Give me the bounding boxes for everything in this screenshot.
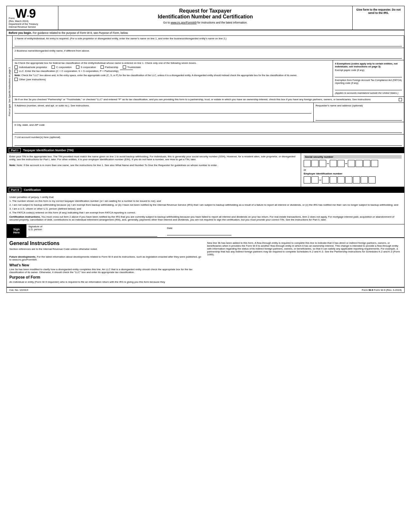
before-begin-text: For guidance related to the purpose of F… <box>33 31 128 34</box>
ssn-dash-2: – <box>345 161 347 166</box>
sig-area[interactable] <box>28 231 157 237</box>
form-fields-left: 1 Name of entity/individual. An entry is… <box>13 36 404 147</box>
ssn-cell-8[interactable] <box>363 160 370 167</box>
sign-signature-row: Signature of U.S. person Date <box>26 224 404 237</box>
field2-input[interactable] <box>15 54 402 59</box>
ssn-label: Social security number <box>304 155 402 159</box>
chk-other-label: Other (see instructions) <box>19 78 46 81</box>
sign-fields: Signature of U.S. person Date <box>26 224 404 237</box>
requester-input[interactable] <box>316 108 402 121</box>
chk-trust[interactable] <box>123 65 126 69</box>
begin-bar: Before you begin. For guidance related t… <box>7 30 404 36</box>
field4-label: 4 Exemptions (codes apply only to certai… <box>335 62 402 68</box>
purpose-section: Purpose of Form An individual or entity … <box>9 275 204 283</box>
field5-input[interactable] <box>15 109 311 113</box>
purpose-title: Purpose of Form <box>9 275 204 280</box>
field4-exemptions: 4 Exemptions (codes apply only to certai… <box>333 60 404 96</box>
dept-treasury: Department of the Treasury <box>9 23 56 25</box>
ein-cell-8[interactable] <box>361 176 368 183</box>
cert-instructions-text: You must cross out item 2 above if you h… <box>9 215 394 221</box>
sign-here-label: SignHere <box>7 224 26 237</box>
field6-input[interactable] <box>15 128 402 133</box>
ein-cell-3[interactable] <box>322 176 329 183</box>
ein-cell-5[interactable] <box>338 176 345 183</box>
llc-row: LLC. Enter the tax classification (C = C… <box>15 70 331 73</box>
chk-3b[interactable] <box>399 98 402 101</box>
cert-item-1: 1. The number shown on this form is my c… <box>9 200 402 202</box>
part1-label: Part I <box>9 148 21 153</box>
form-title-2: Identification Number and Certification <box>62 14 349 20</box>
ssn-cell-2[interactable] <box>311 160 318 167</box>
ein-cell-7[interactable] <box>353 176 360 183</box>
llc-label: LLC. Enter the tax classification (C = C… <box>19 70 119 73</box>
chk-ccorp[interactable] <box>52 65 55 69</box>
field2-row: 2 Business name/disregarded entity name,… <box>13 48 404 60</box>
before-begin-label: Before you begin. <box>9 31 32 34</box>
chk-scorp[interactable] <box>76 65 79 69</box>
field3a-block: 3a Check the appropriate box for federal… <box>13 60 333 96</box>
field1-input[interactable] <box>15 42 402 46</box>
sign-section: SignHere Signature of U.S. person Date <box>7 224 404 238</box>
ssn-cell-1[interactable] <box>304 160 311 167</box>
form-title-block: Request for Taxpayer Identification Numb… <box>58 6 353 30</box>
row-56: 5 Address (number, street, and apt. or s… <box>13 103 404 122</box>
ein-cell-6[interactable] <box>345 176 352 183</box>
w9-form: Form W-9 (Rev. March 2024) Department of… <box>6 6 405 293</box>
chk-other[interactable] <box>15 78 18 81</box>
part1-note-label: Note: <box>9 164 16 167</box>
ssn-dash-1: – <box>327 161 329 166</box>
ssn-cell-5[interactable] <box>338 160 345 167</box>
part1-content: Enter your TIN in the appropriate box. T… <box>7 153 404 187</box>
ssn-cell-4[interactable] <box>330 160 337 167</box>
cert-instructions-block: Certification instructions. You must cro… <box>9 215 402 221</box>
ein-cell-9[interactable] <box>368 176 376 183</box>
chk-individual[interactable] <box>15 65 18 69</box>
ssn-cell-3[interactable] <box>319 160 326 167</box>
ein-cell-2[interactable] <box>311 176 318 183</box>
gi-whats-new-text: Line 3a has been modified to clarify how… <box>9 268 204 274</box>
footer: Cat. No. 10231X Form W-9 Form W-9 (Rev. … <box>7 287 404 292</box>
field5-label: 5 Address (number, street, and apt. or s… <box>15 104 311 107</box>
chk-partnership[interactable] <box>101 65 104 69</box>
form-ref-bold: W-9 <box>368 289 373 291</box>
form-number-big: W-9 <box>15 7 36 20</box>
date-area[interactable] <box>167 230 231 235</box>
ein-cell-1[interactable] <box>304 176 311 183</box>
form-label: Form <box>9 17 15 20</box>
applies-label: (Applies to accounts maintained outside … <box>335 92 402 94</box>
exempt-payee-input[interactable] <box>335 73 402 77</box>
gi-title: General Instructions <box>9 241 204 246</box>
chk-scorp-label: S corporation <box>81 66 96 69</box>
date-label: Date <box>167 227 231 230</box>
exempt-payee: Exempt payee code (if any) <box>335 69 402 72</box>
gi-left-col: General Instructions Section references … <box>9 241 204 284</box>
part2-content: Under penalties of perjury, I certify th… <box>7 193 404 224</box>
part1-note-text: Note: If the account is in more than one… <box>17 164 218 167</box>
gi-future-dev-label: Future developments. <box>9 255 36 258</box>
part2-title: Certification <box>24 188 41 192</box>
field7-label: 7 List account number(s) here (optional) <box>15 136 402 139</box>
ein-cell-4[interactable] <box>330 176 337 183</box>
form-id-block: Form W-9 (Rev. March 2024) Department of… <box>7 6 58 30</box>
ssn-cell-9[interactable] <box>371 160 378 167</box>
note-content: Check the "LLC" box above and, in the en… <box>21 74 297 77</box>
ssn-cell-7[interactable] <box>356 160 363 167</box>
part2-header: Part II Certification <box>7 187 404 193</box>
sig-of-label: Signature of <box>28 225 157 228</box>
fatca-input[interactable] <box>335 86 402 90</box>
chk-llc[interactable] <box>15 70 18 73</box>
form-header: Form W-9 (Rev. March 2024) Department of… <box>7 6 404 30</box>
ein-dash-1: – <box>319 178 321 182</box>
or-label: or <box>304 168 402 172</box>
note-label: Note: <box>15 74 21 77</box>
sig-person-label: U.S. person <box>28 228 157 231</box>
give-form-block: Give form to the requester. Do not send … <box>353 6 404 30</box>
field6-block: 6 City, state, and ZIP code <box>13 122 404 134</box>
sign-date-row: Signature of U.S. person Date <box>28 225 402 237</box>
ssn-cell-6[interactable] <box>348 160 355 167</box>
cert-instructions-label: Certification instructions. <box>9 215 41 218</box>
note-text-3a: Note: Check the "LLC" box above and, in … <box>15 74 331 77</box>
chk-ccorp-label: C corporation <box>56 66 72 69</box>
field7-input[interactable] <box>15 141 402 146</box>
form-ref-rev: Form W-9 (Rev. 3-2024) <box>374 289 402 291</box>
